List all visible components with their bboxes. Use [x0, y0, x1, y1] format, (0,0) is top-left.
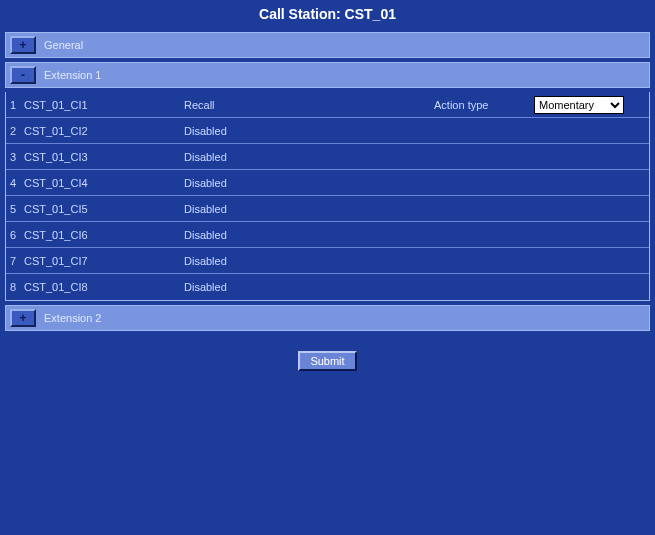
table-row[interactable]: 7CST_01_CI7Disabled [6, 248, 649, 274]
table-row[interactable]: 2CST_01_CI2Disabled [6, 118, 649, 144]
row-index: 1 [6, 99, 24, 111]
table-row[interactable]: 8CST_01_CI8Disabled [6, 274, 649, 300]
table-row[interactable]: 6CST_01_CI6Disabled [6, 222, 649, 248]
row-index: 6 [6, 229, 24, 241]
section-general-label: General [44, 39, 83, 51]
section-extension-2[interactable]: + Extension 2 [5, 305, 650, 331]
row-state: Disabled [184, 177, 434, 189]
table-row[interactable]: 5CST_01_CI5Disabled [6, 196, 649, 222]
expand-icon[interactable]: + [10, 309, 36, 327]
row-index: 7 [6, 255, 24, 267]
row-name: CST_01_CI1 [24, 99, 184, 111]
row-state: Disabled [184, 203, 434, 215]
section-general[interactable]: + General [5, 32, 650, 58]
action-type-select[interactable]: Momentary [534, 96, 624, 114]
row-name: CST_01_CI4 [24, 177, 184, 189]
row-name: CST_01_CI5 [24, 203, 184, 215]
expand-icon[interactable]: + [10, 36, 36, 54]
row-state: Disabled [184, 281, 434, 293]
row-state: Disabled [184, 255, 434, 267]
section-extension-1-label: Extension 1 [44, 69, 101, 81]
row-name: CST_01_CI3 [24, 151, 184, 163]
row-index: 3 [6, 151, 24, 163]
section-extension-1[interactable]: - Extension 1 [5, 62, 650, 88]
page-title: Call Station: CST_01 [0, 0, 655, 32]
action-type-label: Action type [434, 99, 534, 111]
row-state: Recall [184, 99, 434, 111]
row-name: CST_01_CI6 [24, 229, 184, 241]
row-index: 4 [6, 177, 24, 189]
row-name: CST_01_CI8 [24, 281, 184, 293]
collapse-icon[interactable]: - [10, 66, 36, 84]
table-row[interactable]: 4CST_01_CI4Disabled [6, 170, 649, 196]
row-index: 2 [6, 125, 24, 137]
row-index: 8 [6, 281, 24, 293]
table-row[interactable]: 1CST_01_CI1RecallAction typeMomentary [6, 92, 649, 118]
row-name: CST_01_CI2 [24, 125, 184, 137]
table-row[interactable]: 3CST_01_CI3Disabled [6, 144, 649, 170]
row-state: Disabled [184, 151, 434, 163]
submit-button[interactable]: Submit [298, 351, 356, 371]
row-state: Disabled [184, 125, 434, 137]
section-extension-2-label: Extension 2 [44, 312, 101, 324]
row-state: Disabled [184, 229, 434, 241]
row-index: 5 [6, 203, 24, 215]
row-name: CST_01_CI7 [24, 255, 184, 267]
extension-1-rows: 1CST_01_CI1RecallAction typeMomentary2CS… [5, 92, 650, 301]
